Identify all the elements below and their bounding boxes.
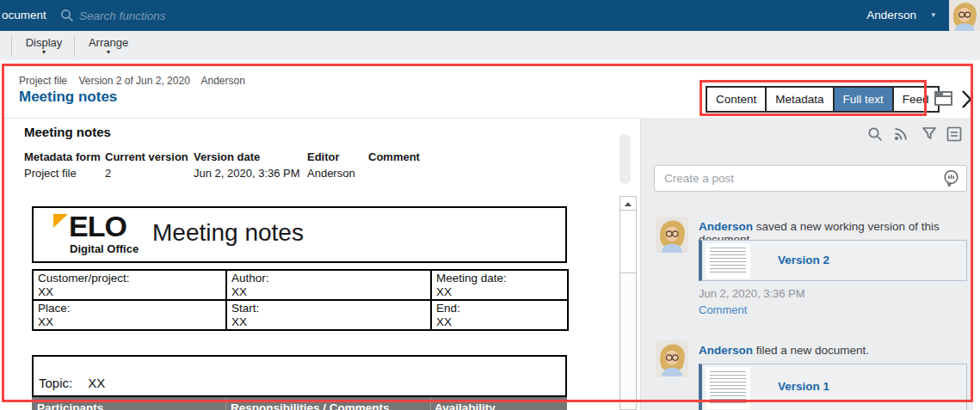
meta-value-date: Jun 2, 2020, 3:36 PM (194, 167, 300, 180)
scroll-up-button[interactable] (620, 197, 636, 211)
preview-scrollbar[interactable] (619, 196, 637, 410)
meta-value-editor: Anderson (307, 167, 355, 180)
search-input[interactable] (79, 5, 527, 26)
chevron-down-icon: ▼ (81, 49, 136, 56)
breadcrumb-editor: Anderson (200, 75, 244, 87)
document-preview: ELO Digital Office Meeting notes Custome… (32, 206, 567, 263)
preview-participants-header: Participants Responsibilities / Comments… (32, 397, 567, 410)
document-thumbnail (706, 243, 750, 278)
chevron-right-icon[interactable] (961, 89, 972, 109)
elo-logo: ELO (69, 211, 126, 242)
availability-col: Availability (435, 401, 496, 410)
version-label: Version 1 (778, 380, 829, 393)
feed-options-icon[interactable] (946, 126, 962, 142)
preview-scrollbar-thumb[interactable] (620, 211, 636, 273)
feed-avatar (656, 340, 688, 376)
cell-author: Author:XX (226, 270, 431, 300)
elo-client-window: ocument Anderson ▾ Display ▼ Arrange ▼ P… (0, 0, 980, 410)
preview-header-box: ELO Digital Office Meeting notes (32, 206, 567, 263)
meta-value-version: 2 (105, 167, 111, 180)
cell-place: Place:XX (33, 300, 226, 330)
meta-value-form: Project file (24, 167, 77, 180)
user-avatar[interactable] (949, 0, 980, 31)
column-divider (225, 397, 226, 410)
participants-col: Participants (37, 401, 103, 410)
fulltext-heading: Meeting notes (24, 125, 111, 139)
search-icon (60, 9, 74, 22)
cell-customer: Customer/project:XX (33, 270, 226, 300)
triangle-up-icon (625, 202, 632, 206)
toolbar-divider (11, 35, 12, 57)
rss-feed-icon[interactable] (893, 126, 909, 142)
document-thumbnail (706, 367, 750, 409)
elo-logo-triangle-icon (53, 214, 68, 228)
tab-fulltext[interactable]: Full text (833, 86, 894, 113)
filter-icon[interactable] (921, 126, 937, 141)
tab-content[interactable]: Content (706, 86, 767, 113)
user-menu[interactable]: Anderson (866, 9, 916, 21)
comment-link[interactable]: Comment (699, 303, 747, 316)
cell-meeting-date: Meeting date:XX (431, 270, 568, 300)
elo-logo-subtitle: Digital Office (70, 242, 139, 255)
feed-panel: Anderson saved a new working version of … (641, 118, 973, 410)
feed-entry-text: Anderson filed a new document. (699, 344, 965, 357)
meta-header-version: Current version (105, 150, 188, 163)
breadcrumb-form: Project file (19, 75, 67, 87)
display-button[interactable]: Display ▼ (17, 31, 71, 60)
preview-title: Meeting notes (152, 219, 304, 247)
top-bar: ocument Anderson ▾ (0, 0, 980, 31)
topic-value: XX (88, 376, 105, 390)
feed-search-icon[interactable] (867, 126, 883, 142)
tab-feed[interactable]: Feed (892, 86, 940, 113)
feed-avatar (656, 217, 688, 253)
version-label: Version 2 (778, 254, 829, 266)
chevron-down-icon: ▼ (17, 49, 71, 56)
cell-start: Start:XX (226, 300, 431, 330)
feed-author-link[interactable]: Anderson (699, 220, 753, 233)
ribbon-toolbar: Display ▼ Arrange ▼ (0, 31, 980, 60)
arrange-button[interactable]: Arrange ▼ (81, 31, 136, 60)
feed-timestamp: Jun 2, 2020, 3:36 PM (699, 287, 805, 300)
preview-topic-box: Topic:XX (32, 355, 567, 397)
post-bubble-icon[interactable] (942, 169, 960, 187)
meta-header-date: Version date (194, 150, 260, 163)
meta-header-form: Metadata form (24, 150, 101, 163)
column-divider (430, 397, 431, 410)
page-title: Meeting notes (19, 89, 117, 106)
feed-author-link[interactable]: Anderson (699, 344, 753, 357)
create-post-input[interactable] (654, 165, 967, 192)
meta-header-comment: Comment (368, 150, 420, 163)
version-card[interactable]: Version 1 (699, 364, 967, 410)
document-menu[interactable]: ocument (2, 9, 46, 21)
chevron-down-icon: ▾ (931, 10, 935, 19)
view-tabs: Content Metadata Full text Feed (706, 86, 940, 113)
fulltext-scrollbar-thumb[interactable] (619, 134, 631, 184)
breadcrumb-version: Version 2 of Jun 2, 2020 (78, 75, 189, 87)
toolbar-divider (74, 35, 75, 57)
version-card[interactable]: Version 2 (699, 240, 967, 281)
responsibilities-col: Responsibilities / Comments (231, 401, 390, 410)
meta-header-editor: Editor (307, 150, 340, 163)
topic-label: Topic: (39, 376, 72, 390)
cell-end: End:XX (431, 300, 568, 330)
preview-info-table: Customer/project:XX Author:XX Meeting da… (32, 269, 569, 331)
breadcrumb: Project file Version 2 of Jun 2, 2020 An… (19, 75, 254, 87)
layout-panel-icon[interactable] (934, 91, 952, 106)
tab-metadata[interactable]: Metadata (765, 86, 834, 113)
